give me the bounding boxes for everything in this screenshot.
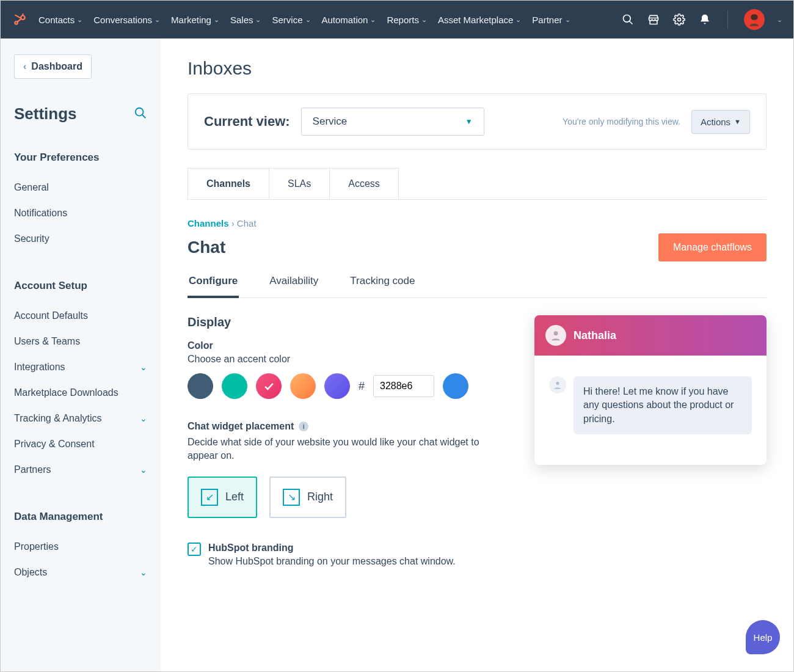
page-title: Inboxes (188, 58, 767, 79)
nav-reports[interactable]: Reports⌄ (387, 15, 427, 25)
sidebar-item[interactable]: Privacy & Consent (14, 431, 147, 457)
nav-label: Marketing (171, 15, 211, 25)
sidebar-item[interactable]: Integrations⌄ (14, 354, 147, 380)
placement-label: Chat widget placement (188, 421, 294, 432)
chevron-down-icon[interactable]: ⌄ (777, 16, 782, 24)
subtab-availability[interactable]: Availability (268, 275, 319, 298)
placement-left[interactable]: ↙ Left (188, 477, 257, 518)
tab-access[interactable]: Access (329, 168, 399, 199)
nav-sales[interactable]: Sales⌄ (230, 15, 261, 25)
sidebar-item-label: Account Defaults (14, 310, 88, 321)
hubspot-logo[interactable] (12, 12, 27, 27)
nav-label: Partner (532, 15, 562, 25)
breadcrumb: Channels › Chat (188, 218, 767, 228)
nav-marketing[interactable]: Marketing⌄ (171, 15, 219, 25)
message-avatar (549, 376, 566, 393)
nav-items: Contacts⌄ Conversations⌄ Marketing⌄ Sale… (38, 15, 621, 25)
search-icon[interactable] (621, 13, 635, 26)
current-view-panel: Current view: Service ▼ You're only modi… (188, 93, 767, 150)
preview-agent-name: Nathalia (574, 329, 616, 342)
nav-asset-marketplace[interactable]: Asset Marketplace⌄ (438, 15, 521, 25)
info-icon[interactable]: i (299, 422, 308, 431)
nav-label: Sales (230, 15, 253, 25)
current-view-select[interactable]: Service ▼ (301, 108, 484, 136)
custom-color-swatch[interactable] (443, 373, 468, 399)
chevron-down-icon: ⌄ (140, 568, 147, 577)
breadcrumb-sep: › (231, 218, 237, 228)
nav-label: Contacts (38, 15, 75, 25)
sidebar-item-label: Notifications (14, 208, 67, 219)
svg-point-12 (554, 331, 558, 335)
sidebar-item-label: Security (14, 233, 49, 244)
sidebar-item[interactable]: Users & Teams (14, 329, 147, 354)
sidebar-item[interactable]: Security (14, 226, 147, 252)
sidebar-item[interactable]: Properties (14, 534, 147, 560)
sidebar-item-label: Objects (14, 567, 47, 578)
sidebar-item[interactable]: Tracking & Analytics⌄ (14, 406, 147, 431)
sidebar-item[interactable]: General (14, 175, 147, 200)
display-section-title: Display (188, 315, 510, 329)
breadcrumb-leaf: Chat (237, 218, 257, 228)
manage-chatflows-button[interactable]: Manage chatflows (658, 233, 767, 261)
back-to-dashboard-button[interactable]: ‹ Dashboard (14, 54, 92, 79)
nav-label: Service (272, 15, 302, 25)
actions-button[interactable]: Actions ▼ (691, 110, 750, 134)
sidebar-item[interactable]: Partners⌄ (14, 457, 147, 483)
nav-right: ⌄ (621, 9, 782, 30)
help-button[interactable]: Help (746, 620, 780, 654)
nav-automation[interactable]: Automation⌄ (322, 15, 376, 25)
top-nav: Contacts⌄ Conversations⌄ Marketing⌄ Sale… (1, 1, 793, 38)
caret-down-icon: ▼ (734, 118, 741, 125)
svg-line-11 (142, 114, 146, 118)
user-avatar[interactable] (744, 9, 765, 30)
tab-channels[interactable]: Channels (188, 168, 269, 199)
bell-icon[interactable] (698, 13, 712, 26)
subtab-label: Availability (269, 275, 318, 287)
sidebar-item[interactable]: Marketplace Downloads (14, 380, 147, 406)
color-swatch[interactable] (188, 373, 213, 399)
color-description: Choose an accent color (188, 354, 510, 365)
chevron-down-icon: ⌄ (214, 16, 219, 24)
placement-right[interactable]: ↘ Right (269, 477, 346, 518)
current-view-label: Current view: (204, 114, 290, 130)
color-swatches: # (188, 373, 510, 399)
nav-separator (727, 10, 728, 29)
color-swatch[interactable] (222, 373, 247, 399)
tab-label: SLAs (288, 178, 311, 189)
sidebar-item-label: Users & Teams (14, 336, 80, 347)
chevron-down-icon: ⌄ (421, 16, 427, 24)
svg-line-2 (17, 19, 21, 22)
branding-checkbox[interactable]: ✓ (188, 542, 201, 556)
nav-service[interactable]: Service⌄ (272, 15, 310, 25)
color-label: Color (188, 340, 510, 351)
arrow-down-right-icon: ↘ (283, 489, 300, 506)
search-settings-icon[interactable] (134, 106, 147, 122)
nav-contacts[interactable]: Contacts⌄ (38, 15, 82, 25)
marketplace-icon[interactable] (647, 13, 660, 26)
nav-partner[interactable]: Partner⌄ (532, 15, 570, 25)
svg-point-10 (136, 108, 144, 115)
gear-icon[interactable] (672, 13, 686, 26)
sidebar-item[interactable]: Account Defaults (14, 303, 147, 329)
color-swatch[interactable] (290, 373, 316, 399)
nav-conversations[interactable]: Conversations⌄ (93, 15, 160, 25)
arrow-down-left-icon: ↙ (201, 489, 218, 506)
svg-point-0 (15, 21, 17, 24)
settings-sidebar: ‹ Dashboard Settings Your PreferencesGen… (1, 38, 161, 672)
hex-input[interactable] (373, 375, 434, 397)
tab-slas[interactable]: SLAs (269, 168, 330, 199)
chat-preview: Nathalia Hi there! Let me know if you ha… (534, 315, 767, 567)
branding-row: ✓ HubSpot branding Show HubSpot branding… (188, 542, 510, 567)
subtab-configure[interactable]: Configure (188, 275, 239, 298)
sidebar-item[interactable]: Objects⌄ (14, 560, 147, 585)
chevron-down-icon: ⌄ (77, 16, 82, 24)
sidebar-item-label: Integrations (14, 362, 65, 373)
color-swatch[interactable] (256, 373, 282, 399)
nav-label: Asset Marketplace (438, 15, 513, 25)
breadcrumb-root[interactable]: Channels (188, 218, 229, 228)
color-swatch[interactable] (324, 373, 350, 399)
sidebar-item[interactable]: Notifications (14, 200, 147, 226)
subtab-tracking-code[interactable]: Tracking code (349, 275, 416, 298)
sidebar-section-header: Your Preferences (14, 152, 147, 164)
select-value: Service (313, 115, 348, 128)
